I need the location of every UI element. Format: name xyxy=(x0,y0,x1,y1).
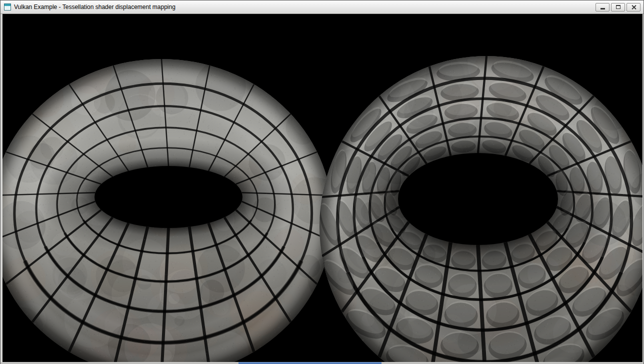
minimize-button[interactable] xyxy=(596,3,610,12)
window-controls xyxy=(596,3,640,12)
app-icon xyxy=(4,4,11,10)
title-bar[interactable]: Vulkan Example - Tessellation shader dis… xyxy=(0,0,644,14)
maximize-icon xyxy=(616,5,620,9)
close-icon xyxy=(631,4,636,10)
window-frame-bottom xyxy=(0,362,644,364)
maximize-button[interactable] xyxy=(611,3,625,12)
close-button[interactable] xyxy=(626,3,640,12)
render-canvas[interactable] xyxy=(2,14,642,362)
frame-bottom-accent xyxy=(238,362,382,364)
minimize-icon xyxy=(600,8,605,10)
window-title: Vulkan Example - Tessellation shader dis… xyxy=(14,4,596,10)
app-window: Vulkan Example - Tessellation shader dis… xyxy=(0,0,644,364)
render-viewport[interactable] xyxy=(2,14,642,362)
